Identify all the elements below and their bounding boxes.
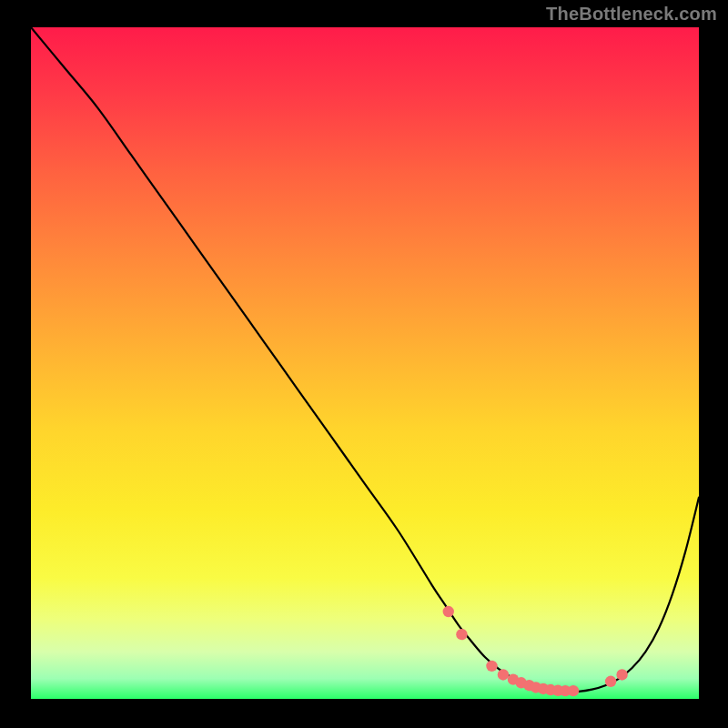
marker-dot [443, 606, 454, 617]
marker-dot [616, 669, 627, 680]
marker-dot [568, 685, 579, 696]
plot-area [31, 27, 699, 699]
bottleneck-curve [31, 27, 699, 692]
marker-dot [486, 661, 497, 672]
optimal-zone-dots [443, 606, 628, 696]
curve-layer [31, 27, 699, 699]
marker-dot [456, 629, 467, 640]
chart-container: TheBottleneck.com [0, 0, 728, 728]
marker-dot [498, 669, 509, 680]
attribution-label: TheBottleneck.com [546, 4, 717, 25]
marker-dot [605, 676, 616, 687]
